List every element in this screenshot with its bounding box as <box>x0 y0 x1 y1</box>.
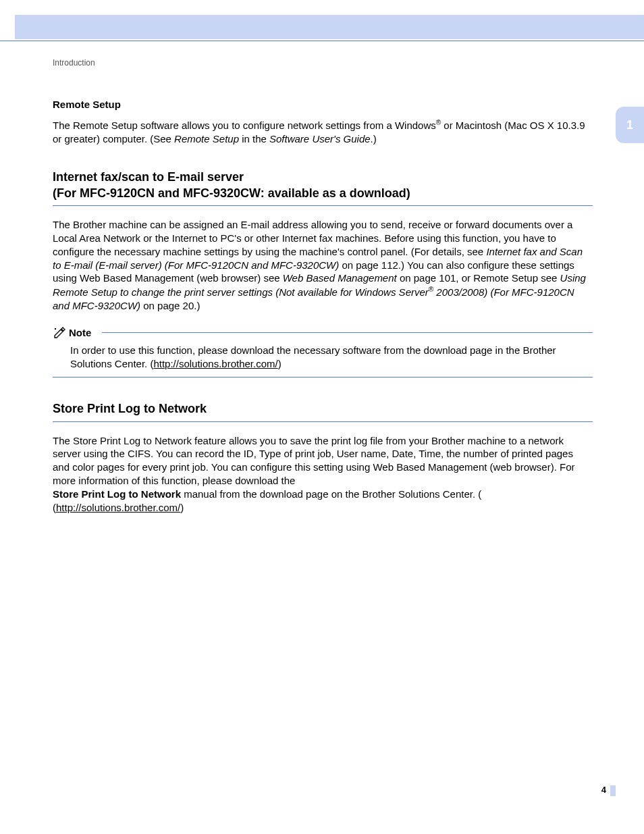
store-print-paragraph: The Store Print Log to Network feature a… <box>53 434 593 515</box>
reference-italic: Software User's Guide <box>269 133 371 145</box>
page-content: Introduction Remote Setup The Remote Set… <box>53 58 593 527</box>
chapter-number: 1 <box>626 118 633 132</box>
heading-line-1: Internet fax/scan to E-mail server <box>53 170 244 184</box>
header-rule <box>0 41 644 41</box>
reference-italic: Web Based Management <box>283 272 397 284</box>
note-block: Note In order to use this function, plea… <box>53 326 593 378</box>
text-fragment: manual from the download page on the Bro… <box>181 488 481 500</box>
header-band <box>15 15 644 39</box>
text-fragment: ) <box>278 358 281 369</box>
note-label: Note <box>69 327 91 338</box>
text-fragment: in the <box>239 133 269 145</box>
text-fragment: ) <box>180 502 184 513</box>
reference-italic: Remote Setup <box>174 133 239 145</box>
text-fragment: on page 101, or Remote Setup see <box>397 272 560 284</box>
store-print-heading: Store Print Log to Network <box>53 400 593 417</box>
page-number: 4 <box>601 785 606 795</box>
note-rule-bottom <box>53 377 593 377</box>
store-print-link[interactable]: http://solutions.brother.com/ <box>56 502 180 513</box>
internet-fax-paragraph: The Brother machine can be assigned an E… <box>53 218 593 313</box>
note-link[interactable]: http://solutions.brother.com/ <box>153 358 277 369</box>
note-rule <box>102 332 593 333</box>
text-fragment: In order to use this function, please do… <box>70 344 556 369</box>
note-body: In order to use this function, please do… <box>53 340 593 377</box>
remote-setup-paragraph: The Remote Setup software allows you to … <box>53 118 593 146</box>
remote-setup-heading: Remote Setup <box>53 99 593 110</box>
text-fragment: .) <box>371 133 377 145</box>
section-rule <box>53 421 593 422</box>
breadcrumb: Introduction <box>53 58 593 68</box>
pencil-note-icon <box>53 326 66 340</box>
text-fragment: The Remote Setup software allows you to … <box>53 120 436 131</box>
bold-term: Store Print Log to Network <box>53 488 181 500</box>
section-rule <box>53 205 593 206</box>
text-fragment: on page 20.) <box>140 300 200 311</box>
heading-line-2: (For MFC-9120CN and MFC-9320CW: availabl… <box>53 186 410 200</box>
page-number-bar <box>610 785 616 796</box>
chapter-tab: 1 <box>616 107 644 143</box>
note-header: Note <box>53 326 593 340</box>
text-fragment: The Store Print Log to Network feature a… <box>53 435 574 486</box>
internet-fax-heading: Internet fax/scan to E-mail server (For … <box>53 169 593 202</box>
